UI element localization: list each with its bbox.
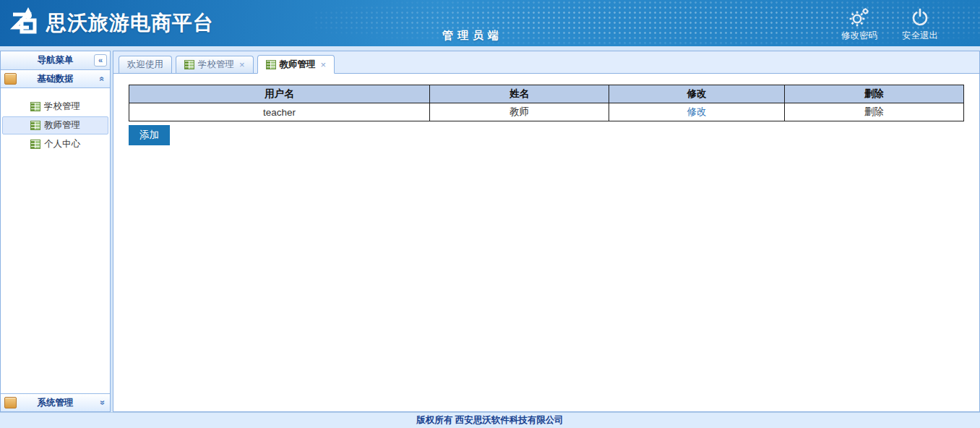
logo-icon bbox=[7, 6, 42, 40]
cell-username: teacher bbox=[129, 103, 430, 121]
tab-label: 学校管理 bbox=[198, 59, 234, 71]
accordion-system-management-label: 系统管理 bbox=[38, 397, 74, 409]
change-password-button[interactable]: 修改密码 bbox=[841, 7, 877, 42]
folder-icon bbox=[4, 73, 17, 85]
chevron-up-icon: « bbox=[98, 77, 108, 82]
grid-icon bbox=[184, 60, 194, 69]
tab-bar: 欢迎使用 学校管理 × 教师管理 × bbox=[113, 51, 979, 74]
folder-icon bbox=[4, 397, 17, 408]
nav-sidebar: 导航菜单 « 基础数据 « 学校管理 教师管理 个人中心 系统管理 bbox=[0, 51, 111, 412]
chevron-down-icon: « bbox=[98, 401, 108, 406]
grid-icon bbox=[266, 60, 276, 69]
tab-teacher-management[interactable]: 教师管理 × bbox=[257, 55, 335, 74]
table-row: teacher 教师 修改 删除 bbox=[129, 103, 964, 121]
accordion-basic-data[interactable]: 基础数据 « bbox=[1, 70, 110, 88]
sidebar-item-personal-center[interactable]: 个人中心 bbox=[2, 135, 108, 153]
table-header-row: 用户名 姓名 修改 删除 bbox=[129, 85, 964, 103]
close-icon[interactable]: × bbox=[239, 59, 245, 70]
copyright-text: 版权所有 西安思沃软件科技有限公司 bbox=[416, 414, 563, 427]
delete-link[interactable]: 删除 bbox=[864, 106, 884, 117]
role-label: 管理员端 bbox=[442, 29, 503, 43]
power-icon bbox=[910, 7, 930, 27]
grid-icon bbox=[30, 121, 40, 130]
sidebar-item-school-management[interactable]: 学校管理 bbox=[2, 98, 108, 116]
logout-button[interactable]: 安全退出 bbox=[902, 7, 938, 42]
tab-welcome[interactable]: 欢迎使用 bbox=[119, 56, 172, 73]
logout-label: 安全退出 bbox=[902, 30, 938, 42]
sidebar-item-teacher-management[interactable]: 教师管理 bbox=[2, 116, 108, 134]
accordion-basic-data-label: 基础数据 bbox=[38, 73, 74, 85]
sidebar-title: 导航菜单 bbox=[38, 54, 74, 67]
tab-label: 欢迎使用 bbox=[127, 59, 163, 71]
tab-label: 教师管理 bbox=[280, 59, 316, 71]
sidebar-header: 导航菜单 « bbox=[1, 51, 110, 70]
main-panel: 欢迎使用 学校管理 × 教师管理 × 用户名 姓名 修改 bbox=[113, 51, 980, 412]
gear-icon bbox=[848, 7, 870, 27]
app-logo: 思沃旅游电商平台 bbox=[7, 6, 214, 40]
sidebar-collapse-button[interactable]: « bbox=[94, 54, 107, 67]
workspace: 导航菜单 « 基础数据 « 学校管理 教师管理 个人中心 系统管理 bbox=[0, 46, 980, 412]
cell-name: 教师 bbox=[429, 103, 609, 121]
grid-icon bbox=[30, 102, 40, 111]
teacher-table: 用户名 姓名 修改 删除 teacher 教师 修改 删除 bbox=[129, 85, 964, 121]
app-header: 思沃旅游电商平台 管理员端 bbox=[0, 0, 980, 46]
tab-school-management[interactable]: 学校管理 × bbox=[176, 56, 254, 73]
accordion-system-management[interactable]: 系统管理 « bbox=[1, 393, 110, 411]
tab-content: 用户名 姓名 修改 删除 teacher 教师 修改 删除 添加 bbox=[113, 74, 979, 411]
close-icon[interactable]: × bbox=[321, 59, 327, 70]
grid-icon bbox=[30, 140, 40, 149]
column-edit: 修改 bbox=[609, 85, 785, 103]
app-title: 思沃旅游电商平台 bbox=[46, 9, 214, 37]
edit-link[interactable]: 修改 bbox=[687, 106, 706, 117]
column-delete: 删除 bbox=[784, 85, 963, 103]
sidebar-item-label: 个人中心 bbox=[44, 138, 80, 150]
header-actions: 修改密码 安全退出 bbox=[841, 7, 938, 42]
change-password-label: 修改密码 bbox=[841, 30, 877, 42]
add-button[interactable]: 添加 bbox=[129, 125, 170, 145]
footer: 版权所有 西安思沃软件科技有限公司 bbox=[0, 412, 980, 428]
column-username: 用户名 bbox=[129, 85, 430, 103]
sidebar-item-label: 学校管理 bbox=[44, 100, 80, 113]
column-name: 姓名 bbox=[429, 85, 609, 103]
sidebar-item-label: 教师管理 bbox=[44, 119, 80, 132]
sidebar-menu: 学校管理 教师管理 个人中心 bbox=[1, 88, 110, 154]
